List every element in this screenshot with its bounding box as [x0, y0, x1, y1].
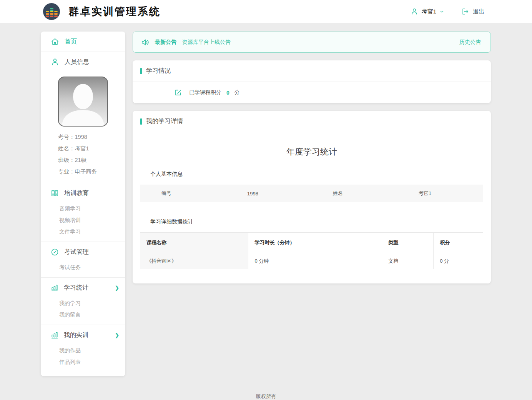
- cell-score: 0 分: [434, 253, 483, 269]
- sidebar-item-label: 学习统计: [64, 284, 88, 292]
- profile-line-examno: 考号：1998: [58, 131, 125, 143]
- sidebar-item-label: 人员信息: [65, 58, 89, 66]
- study-detail-card: 我的学习详情 年度学习统计 个人基本信息 编号 1998 姓名 考官1 学习详细…: [133, 111, 491, 283]
- bar-chart-icon: [50, 283, 59, 292]
- cell-course-name: 《抖音雷区》: [140, 253, 248, 269]
- study-status-card: 学习情况 已学课程积分 0 分: [133, 60, 491, 103]
- column-header-course: 课程名称: [140, 233, 248, 253]
- sidebar-item-label: 考试管理: [64, 248, 89, 256]
- sidebar-subitem-my-works[interactable]: 我的作品: [41, 345, 125, 357]
- score-label: 已学课程积分: [189, 89, 221, 96]
- column-header-duration: 学习时长（分钟）: [248, 233, 382, 253]
- basic-info-label: 个人基本信息: [150, 171, 483, 178]
- clock-icon: [50, 248, 59, 257]
- bar-chart-icon: [50, 331, 59, 339]
- profile-line-class: 班级：21级: [58, 154, 125, 166]
- sidebar-item-training[interactable]: 培训教育: [41, 183, 125, 203]
- card-title: 学习情况: [146, 67, 171, 75]
- sidebar-item-my-practice[interactable]: 我的实训 ❯: [41, 325, 125, 345]
- home-icon: [50, 37, 60, 46]
- announcement-link[interactable]: 资源库平台上线公告: [182, 39, 231, 46]
- info-value-id: 1998: [226, 191, 312, 197]
- profile-line-name: 姓名：考官1: [58, 143, 125, 154]
- accent-bar: [140, 118, 142, 125]
- info-key-name: 姓名: [312, 190, 397, 197]
- avatar: [58, 77, 108, 127]
- basic-info-row: 编号 1998 姓名 考官1: [140, 185, 483, 202]
- top-header: 群卓实训管理系统 考官1 退出: [0, 0, 532, 23]
- profile-line-major: 专业：电子商务: [58, 166, 125, 177]
- study-detail-table: 课程名称 学习时长（分钟） 类型 积分 《抖音雷区》 0 分钟 文档 0 分: [140, 232, 483, 269]
- profile-info: 考号：1998 姓名：考官1 班级：21级 专业：电子商务: [41, 127, 125, 183]
- user-menu[interactable]: 考官1: [410, 7, 444, 16]
- sidebar-item-exam-management[interactable]: 考试管理: [41, 242, 125, 262]
- card-header: 学习情况: [133, 60, 491, 82]
- sidebar-item-label: 培训教育: [64, 189, 89, 197]
- sidebar-item-home[interactable]: 首页: [41, 32, 125, 52]
- sidebar-item-label: 首页: [65, 38, 77, 46]
- page-footer: 版权所有 ©Copyright 2009 - 2020. 56sucai.com…: [0, 393, 532, 400]
- sidebar: 首页 人员信息 考号：1998 姓名：考官1 班级：21级 专业：电子商务: [41, 32, 125, 376]
- book-icon: [50, 189, 59, 198]
- person-icon: [50, 57, 60, 67]
- edit-icon: [174, 88, 182, 97]
- accent-bar: [140, 68, 142, 74]
- sidebar-subitem-my-messages[interactable]: 我的留言: [41, 309, 125, 321]
- detail-table-label: 学习详细数据统计: [150, 218, 483, 225]
- app-logo-icon: [43, 3, 60, 20]
- sidebar-subitem-video-training[interactable]: 视频培训: [41, 215, 125, 226]
- sidebar-subitem-my-study[interactable]: 我的学习: [41, 298, 125, 309]
- score-unit: 分: [234, 89, 240, 96]
- column-header-score: 积分: [434, 233, 483, 253]
- user-icon: [410, 7, 419, 16]
- report-title: 年度学习统计: [140, 146, 483, 158]
- history-announcement-link[interactable]: 历史公告: [459, 39, 481, 46]
- table-row: 《抖音雷区》 0 分钟 文档 0 分: [140, 253, 483, 269]
- card-header: 我的学习详情: [133, 111, 491, 132]
- sidebar-subitem-audio-study[interactable]: 音频学习: [41, 203, 125, 215]
- sidebar-item-label: 我的实训: [64, 331, 88, 339]
- info-key-id: 编号: [140, 190, 226, 197]
- chevron-down-icon: [439, 9, 444, 14]
- chevron-right-icon: ❯: [115, 285, 119, 291]
- speaker-icon: [141, 37, 151, 47]
- sidebar-item-profile[interactable]: 人员信息: [41, 52, 125, 72]
- logout-button[interactable]: 退出: [461, 7, 484, 16]
- table-header-row: 课程名称 学习时长（分钟） 类型 积分: [140, 233, 483, 253]
- info-value-name: 考官1: [397, 190, 483, 197]
- announcement-bar: 最新公告 资源库平台上线公告 历史公告: [133, 32, 491, 53]
- logout-icon: [461, 7, 470, 16]
- chevron-right-icon: ❯: [115, 332, 119, 338]
- cell-type: 文档: [382, 253, 434, 269]
- sidebar-item-study-statistics[interactable]: 学习统计 ❯: [41, 278, 125, 298]
- latest-announcement-label: 最新公告: [155, 39, 176, 46]
- divider: [41, 372, 125, 372]
- column-header-type: 类型: [382, 233, 434, 253]
- sidebar-subitem-works-list[interactable]: 作品列表: [41, 357, 125, 368]
- card-title: 我的学习详情: [146, 117, 183, 125]
- app-title: 群卓实训管理系统: [68, 5, 161, 18]
- study-score-row: 已学课程积分 0 分: [133, 82, 491, 103]
- score-value: 0: [226, 90, 229, 96]
- sidebar-subitem-file-study[interactable]: 文件学习: [41, 226, 125, 238]
- cell-duration: 0 分钟: [248, 253, 382, 269]
- logout-label: 退出: [473, 8, 484, 15]
- sidebar-subitem-exam-task[interactable]: 考试任务: [41, 262, 125, 273]
- user-name: 考官1: [422, 8, 436, 15]
- brand: 群卓实训管理系统: [43, 3, 161, 20]
- copyright-cn: 版权所有: [0, 393, 532, 400]
